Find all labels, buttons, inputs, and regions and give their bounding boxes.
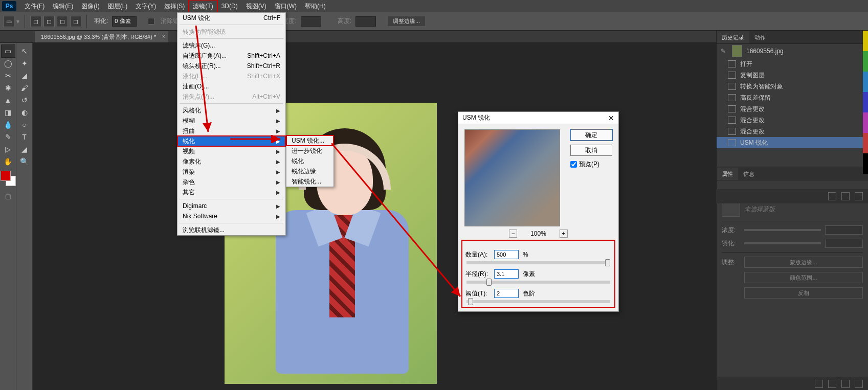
link-icon[interactable]	[841, 380, 850, 388]
fg-color[interactable]	[1, 171, 11, 181]
menu-select[interactable]: 选择(S)	[160, 0, 189, 12]
selection-intersect-icon[interactable]: ◻	[70, 16, 81, 27]
submenu-further[interactable]: 进一步锐化	[286, 146, 333, 156]
filter-adaptive-wide[interactable]: 自适应广角(A)...Shift+Ctrl+A	[177, 51, 285, 61]
tab-actions[interactable]: 动作	[749, 31, 771, 43]
color-range-button[interactable]: 颜色范围...	[744, 272, 863, 283]
apply-icon[interactable]	[815, 380, 823, 388]
menu-help[interactable]: 帮助(H)	[301, 0, 330, 12]
feather-slider[interactable]	[744, 242, 821, 244]
filter-other[interactable]: 其它▶	[177, 187, 285, 197]
history-step-current[interactable]: USM 锐化	[717, 137, 868, 148]
usm-ok-button[interactable]: 确定	[570, 129, 612, 141]
move-tool[interactable]: ↖	[18, 45, 31, 57]
history-step[interactable]: 复制图层	[717, 70, 868, 81]
filter-lens-correction[interactable]: 镜头校正(R)...Shift+Ctrl+R	[177, 61, 285, 71]
mask-edge-button[interactable]: 蒙版边缘...	[744, 257, 863, 268]
tab-properties[interactable]: 属性	[717, 168, 738, 180]
height-input[interactable]	[355, 16, 376, 27]
snapshot-icon[interactable]	[828, 192, 836, 200]
filter-browse-online[interactable]: 浏览联机滤镜...	[177, 225, 285, 235]
usm-radius-slider[interactable]	[466, 281, 610, 284]
filter-oil-paint[interactable]: 油画(O)...	[177, 81, 285, 91]
submenu-usm[interactable]: USM 锐化...	[286, 135, 333, 146]
usm-cancel-button[interactable]: 取消	[570, 145, 612, 156]
filter-liquify[interactable]: 液化(L)...Shift+Ctrl+X	[177, 71, 285, 81]
marquee-tool[interactable]: ▭	[2, 45, 15, 57]
pixel-mask-icon[interactable]	[844, 205, 852, 213]
type-tool[interactable]: T	[18, 131, 31, 143]
history-step[interactable]: 高反差保留	[717, 92, 868, 103]
usm-amount-slider[interactable]	[466, 261, 610, 264]
trash-icon[interactable]	[855, 192, 863, 200]
usm-close-icon[interactable]: ✕	[608, 114, 614, 122]
tab-history[interactable]: 历史记录	[717, 31, 749, 43]
history-source[interactable]: ✎ 16609556.jpg	[717, 44, 868, 58]
close-icon[interactable]: ×	[162, 33, 165, 39]
history-step[interactable]: 混合更改	[717, 126, 868, 137]
filter-vanishing-point[interactable]: 消失点(V)...Alt+Ctrl+V	[177, 91, 285, 102]
eye-icon[interactable]	[828, 380, 836, 388]
usm-preview-checkbox[interactable]	[570, 161, 577, 168]
width-input[interactable]	[301, 16, 321, 27]
usm-threshold-slider[interactable]	[466, 300, 610, 303]
filter-last[interactable]: USM 锐化Ctrl+F	[177, 13, 285, 23]
zoom-tool[interactable]: 🔍	[18, 155, 31, 168]
selection-sub-icon[interactable]: ◻	[57, 16, 68, 27]
menu-file[interactable]: 文件(F)	[20, 0, 49, 12]
gradient-tool[interactable]: ◐	[18, 106, 31, 119]
marquee-tool-icon[interactable]: ▭	[3, 16, 14, 27]
eyedropper-tool[interactable]: ◢	[18, 70, 31, 82]
wand-tool[interactable]: ✦	[18, 57, 31, 70]
usm-zoom-out-icon[interactable]: −	[509, 230, 517, 238]
filter-video[interactable]: 视频▶	[177, 146, 285, 156]
brush-tool[interactable]: 🖌	[18, 82, 31, 94]
filter-digimarc[interactable]: Digimarc▶	[177, 201, 285, 211]
menu-image[interactable]: 图像(I)	[77, 0, 103, 12]
invert-button[interactable]: 反相	[744, 287, 863, 299]
stamp-tool[interactable]: ▲	[2, 94, 15, 106]
color-swatches[interactable]	[1, 171, 16, 186]
vector-mask-icon[interactable]	[856, 205, 863, 213]
feather-input[interactable]	[825, 239, 863, 248]
new-snapshot-icon[interactable]	[841, 192, 850, 200]
menu-window[interactable]: 窗口(W)	[271, 0, 301, 12]
shape-tool[interactable]: ◢	[18, 143, 31, 155]
filter-render[interactable]: 渲染▶	[177, 167, 285, 177]
healing-tool[interactable]: ✱	[2, 82, 15, 94]
refine-edge-button[interactable]: 调整边缘...	[387, 16, 426, 27]
menu-edit[interactable]: 编辑(E)	[49, 0, 77, 12]
tab-info[interactable]: 信息	[738, 168, 760, 180]
filter-sharpen[interactable]: 锐化▶	[177, 136, 285, 146]
history-step[interactable]: 打开	[717, 58, 868, 70]
blur-tool[interactable]: 💧	[2, 119, 15, 131]
menu-layer[interactable]: 图层(L)	[104, 0, 132, 12]
filter-noise[interactable]: 杂色▶	[177, 177, 285, 187]
delete-icon[interactable]	[855, 380, 863, 388]
pen-tool[interactable]: ✎	[2, 131, 15, 143]
usm-threshold-input[interactable]	[494, 289, 519, 298]
usm-zoom-in-icon[interactable]: +	[560, 230, 568, 238]
quickmask-tool[interactable]: ◻	[2, 190, 15, 202]
selection-new-icon[interactable]: ◻	[30, 16, 41, 27]
filter-distort[interactable]: 扭曲▶	[177, 126, 285, 136]
hand-tool[interactable]: ✋	[2, 155, 15, 168]
menu-view[interactable]: 视图(V)	[242, 0, 271, 12]
density-input[interactable]	[825, 225, 863, 235]
usm-amount-input[interactable]	[494, 250, 519, 259]
lasso-tool[interactable]: ◯	[2, 57, 15, 70]
dodge-tool[interactable]: ○	[18, 119, 31, 131]
feather-input[interactable]	[112, 16, 137, 27]
filter-gallery[interactable]: 滤镜库(G)...	[177, 40, 285, 51]
crop-tool[interactable]: ✂	[2, 70, 15, 82]
usm-radius-input[interactable]	[494, 269, 519, 279]
document-tab[interactable]: 16609556.jpg @ 33.3% (背景 副本, RGB/8#) * ×	[35, 31, 168, 42]
menu-filter[interactable]: 滤镜(T)	[189, 0, 217, 12]
path-select-tool[interactable]: ▷	[2, 143, 15, 155]
antialias-checkbox[interactable]	[148, 18, 154, 25]
history-brush-tool[interactable]: ↺	[18, 94, 31, 106]
filter-nik[interactable]: Nik Software▶	[177, 211, 285, 221]
usm-preview-image[interactable]	[464, 129, 560, 226]
history-step[interactable]: 混合更改	[717, 114, 868, 126]
submenu-sharpen[interactable]: 锐化	[286, 156, 333, 166]
